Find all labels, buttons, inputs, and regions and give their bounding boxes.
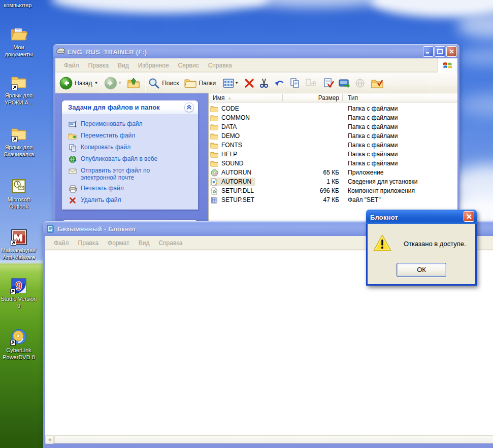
menu-tools[interactable]: Сервис: [174, 62, 204, 69]
file-row[interactable]: FONTS Папка с файлами: [209, 141, 457, 150]
back-dropdown[interactable]: ▼: [94, 81, 98, 85]
up-button[interactable]: [127, 77, 140, 89]
menu-view[interactable]: Вид: [134, 239, 154, 247]
desktop-icon-outlook[interactable]: MicrosoftOutlook: [0, 178, 42, 210]
forward-button[interactable]: ▼: [104, 77, 125, 90]
folders-button[interactable]: Папки: [184, 77, 218, 89]
dialog-titlebar[interactable]: Блокнот: [366, 210, 477, 224]
folder-icon: [210, 142, 218, 149]
maximize-button[interactable]: [435, 46, 445, 57]
task-delete[interactable]: Удалить файл: [68, 196, 194, 204]
task-print[interactable]: Печатать файл: [68, 185, 194, 193]
delete-button[interactable]: [244, 78, 255, 89]
explorer-titlebar[interactable]: ENG_RUS_TRAINER (F:): [53, 44, 459, 58]
publish-icon: [68, 155, 77, 163]
task-email[interactable]: Отправить этот файл по электронной почте: [68, 167, 194, 181]
sort-ascending-icon: ▲: [227, 96, 232, 100]
column-header-size[interactable]: Размер: [282, 93, 342, 102]
file-row[interactable]: COMMON Папка с файлами: [209, 113, 457, 122]
menu-edit[interactable]: Правка: [74, 239, 104, 247]
outlook-icon: [11, 178, 27, 194]
file-row-selected[interactable]: AUTORUN 1 КБ Сведения для установки: [209, 177, 457, 186]
collapse-chevron-icon[interactable]: [184, 102, 194, 112]
search-button[interactable]: Поиск: [148, 77, 180, 89]
disconnect-drive-button: [354, 78, 367, 89]
move-icon: [68, 132, 77, 140]
set-file-icon: [210, 196, 218, 203]
explorer-title: ENG_RUS_TRAINER (F:): [68, 48, 147, 56]
scroll-left-button[interactable]: ◀: [45, 435, 54, 444]
column-header-name[interactable]: Имя▲: [209, 93, 282, 102]
task-rename[interactable]: Переименовать файл: [68, 120, 194, 128]
task-copy[interactable]: Копировать файл: [68, 144, 194, 152]
minimize-button[interactable]: [423, 46, 434, 57]
desktop-icon-powerdvd[interactable]: CyberLinkPowerDVD 8: [0, 328, 42, 361]
desktop-icon-my-computer[interactable]: компьютер: [0, 2, 41, 9]
dialog-close-button[interactable]: [464, 211, 474, 222]
menu-view[interactable]: Вид: [113, 62, 134, 69]
desktop-icon-my-documents[interactable]: Моидокументы: [0, 25, 42, 58]
properties-button[interactable]: [323, 78, 334, 89]
file-row[interactable]: HELP Папка с файлами: [209, 150, 457, 159]
notepad-title: Безымянный - Блокнот: [57, 225, 136, 233]
task-move[interactable]: Переместить файл: [68, 132, 194, 140]
desktop-icon-label: CyberLinkPowerDVD 8: [3, 347, 35, 360]
desktop-icon-malwarebytes[interactable]: Malwarebytes'Anti-Malware: [0, 229, 42, 261]
undo-button[interactable]: [273, 78, 285, 89]
my-documents-icon: [10, 25, 27, 42]
back-button[interactable]: Назад ▼: [59, 77, 101, 90]
task-publish[interactable]: Опубликовать файл в вебе: [68, 155, 194, 163]
column-header-type[interactable]: Тип: [342, 93, 454, 102]
views-dropdown[interactable]: ▼: [235, 81, 239, 85]
dialog-title: Блокнот: [370, 214, 398, 221]
desktop-icon-label: MicrosoftOutlook: [8, 196, 30, 210]
folder-icon: [210, 132, 218, 140]
desktop-icon-label: Ярлык дляСкачивалка: [4, 144, 34, 157]
desktop-icon-label: Моидокументы: [5, 44, 33, 57]
folder-options-button[interactable]: [371, 77, 384, 89]
menu-help[interactable]: Справка: [154, 239, 187, 247]
ok-button[interactable]: ОК: [397, 263, 446, 277]
file-row[interactable]: SETUP.SET 47 КБ Файл "SET": [209, 195, 457, 204]
menu-edit[interactable]: Правка: [84, 62, 114, 69]
desktop-icon-label: Ярлык дляУРОКИ А...: [5, 92, 34, 106]
notepad-error-dialog: Блокнот Отказано в доступе. ОК: [366, 210, 477, 286]
menu-favorites[interactable]: Избранное: [134, 62, 174, 69]
file-list-header: Имя▲ Размер Тип: [209, 93, 457, 102]
file-tasks-panel: Задачи для файлов и папок: [62, 100, 198, 210]
explorer-menubar: Файл Правка Вид Избранное Сервис Справка: [55, 58, 457, 73]
close-button[interactable]: [446, 46, 457, 57]
file-row[interactable]: DATA Папка с файлами: [209, 122, 457, 131]
cloud: [459, 94, 493, 116]
notepad-icon: [46, 224, 55, 234]
file-row[interactable]: CODE Папка с файлами: [209, 104, 457, 113]
file-row[interactable]: AUTORUN 65 КБ Приложение: [209, 168, 457, 177]
horizontal-scrollbar[interactable]: ◀: [45, 435, 493, 443]
menu-format[interactable]: Формат: [103, 239, 134, 247]
views-button[interactable]: ▼: [223, 78, 242, 88]
copy-icon: [68, 144, 77, 152]
powerdvd-icon: [11, 328, 27, 345]
desktop-icon-studio9[interactable]: 9 Studio Version9: [0, 278, 42, 309]
cut-button[interactable]: [259, 78, 269, 89]
delete-icon: [68, 196, 77, 204]
file-row[interactable]: DEMO Папка с файлами: [209, 131, 457, 141]
dialog-message: Отказано в доступе.: [404, 240, 466, 248]
menu-help[interactable]: Справка: [204, 62, 237, 69]
windows-flag-icon: [437, 58, 457, 73]
menu-file[interactable]: Файл: [59, 62, 84, 69]
desktop-icon-shortcut-skachivalka[interactable]: Ярлык дляСкачивалка: [0, 126, 42, 158]
move-to-button: [305, 78, 317, 89]
desktop-icon-label: Studio Version9: [1, 296, 37, 309]
map-drive-button[interactable]: [338, 78, 350, 89]
folder-shortcut-icon: [10, 126, 27, 142]
file-row[interactable]: SETUP.DLL 696 КБ Компонент приложения: [209, 186, 457, 195]
menu-file[interactable]: Файл: [49, 239, 74, 247]
folder-icon: [210, 160, 218, 167]
email-icon: [68, 167, 77, 175]
rename-icon: [68, 120, 77, 128]
scrollbar-thumb[interactable]: [54, 435, 493, 443]
desktop-icon-shortcut-uroki[interactable]: Ярлык дляУРОКИ А...: [0, 74, 42, 106]
copy-button[interactable]: [289, 78, 301, 89]
file-row[interactable]: SOUND Папка с файлами: [209, 159, 457, 168]
